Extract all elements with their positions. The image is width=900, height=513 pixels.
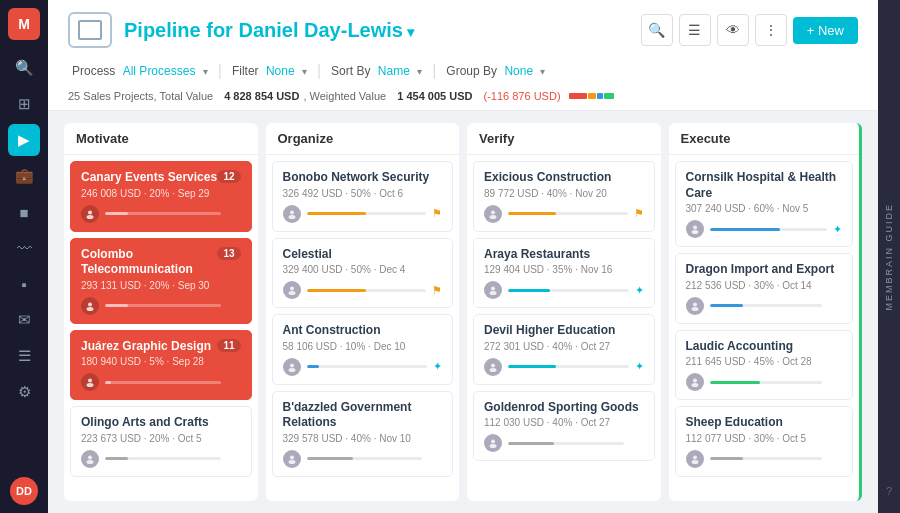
card-verify-1[interactable]: Araya Restaurants129 404 USD · 35% · Nov…	[473, 238, 655, 309]
sidebar-item-pipeline[interactable]: ▶	[8, 124, 40, 156]
header-top: Pipeline for Daniel Day-Lewis▾ 🔍 ☰ 👁 ⋮ +…	[68, 12, 858, 48]
card-execute-0[interactable]: Cornsilk Hospital & Health Care307 240 U…	[675, 161, 854, 247]
svg-point-7	[87, 460, 94, 464]
card-title: Juárez Graphic Design	[81, 339, 211, 355]
menu-button[interactable]: ☰	[679, 14, 711, 46]
title-area: Pipeline for Daniel Day-Lewis▾	[68, 12, 414, 48]
card-motivate-0[interactable]: Canary Events Services12246 008 USD · 20…	[70, 161, 252, 232]
card-progress-wrap	[710, 381, 823, 384]
sep1: |	[218, 62, 222, 80]
sidebar-logo[interactable]: M	[8, 8, 40, 40]
sidebar-item-bar-chart[interactable]: ▪	[8, 268, 40, 300]
svg-point-18	[491, 287, 495, 291]
svg-point-29	[691, 383, 698, 387]
help-icon[interactable]: ?	[886, 485, 892, 497]
sidebar-item-settings[interactable]: ⚙	[8, 376, 40, 408]
sidebar-item-chart[interactable]: ■	[8, 196, 40, 228]
card-footer: ✦	[283, 358, 443, 376]
guide-text: MEMBRAIN GUIDE	[884, 203, 894, 311]
sidebar-item-list[interactable]: ☰	[8, 340, 40, 372]
card-progress-wrap	[105, 381, 221, 384]
card-organize-2[interactable]: Ant Construction58 106 USD · 10% · Dec 1…	[272, 314, 454, 385]
card-verify-2[interactable]: Devil Higher Education272 301 USD · 40% …	[473, 314, 655, 385]
more-button[interactable]: ⋮	[755, 14, 787, 46]
card-footer	[81, 450, 241, 468]
sidebar-item-search[interactable]: 🔍	[8, 52, 40, 84]
column-body-verify: Exicious Construction89 772 USD · 40% · …	[467, 155, 661, 501]
prog-bar-blue	[597, 93, 603, 99]
card-title: Olingo Arts and Crafts	[81, 415, 209, 431]
sidebar-item-briefcase[interactable]: 💼	[8, 160, 40, 192]
sep2: |	[317, 62, 321, 80]
sidebar-item-mail[interactable]: ✉	[8, 304, 40, 336]
card-header-row: Goldenrod Sporting Goods	[484, 400, 644, 416]
filter-filter[interactable]: Filter None ▾	[228, 62, 311, 80]
header-actions: 🔍 ☰ 👁 ⋮ + New	[641, 14, 858, 46]
search-button[interactable]: 🔍	[641, 14, 673, 46]
card-progress-wrap	[710, 304, 823, 307]
card-avatar	[484, 434, 502, 452]
card-execute-1[interactable]: Dragon Import and Export212 536 USD · 30…	[675, 253, 854, 324]
card-meta: 293 131 USD · 20% · Sep 30	[81, 280, 241, 291]
card-footer: ⚑	[283, 281, 443, 299]
svg-point-28	[693, 379, 697, 383]
card-motivate-1[interactable]: Colombo Telecommunication13293 131 USD ·…	[70, 238, 252, 324]
sidebar-item-activity[interactable]: 〰	[8, 232, 40, 264]
card-badge: 13	[217, 247, 240, 260]
card-organize-1[interactable]: Celestial329 400 USD · 50% · Dec 4⚑	[272, 238, 454, 309]
title-caret[interactable]: ▾	[407, 24, 414, 40]
card-execute-2[interactable]: Laudic Accounting211 645 USD · 45% · Oct…	[675, 330, 854, 401]
title-name[interactable]: Daniel Day-Lewis	[238, 19, 403, 41]
svg-point-21	[490, 368, 497, 372]
card-title: Cornsilk Hospital & Health Care	[686, 170, 843, 201]
card-meta: 329 400 USD · 50% · Dec 4	[283, 264, 443, 275]
column-header-verify: Verify	[467, 123, 661, 155]
card-organize-3[interactable]: B'dazzled Government Relations329 578 US…	[272, 391, 454, 477]
main-content: Pipeline for Daniel Day-Lewis▾ 🔍 ☰ 👁 ⋮ +…	[48, 0, 878, 513]
filter-value[interactable]: None	[266, 64, 295, 78]
user-avatar[interactable]: DD	[10, 477, 38, 505]
svg-point-12	[290, 363, 294, 367]
card-progress-fill	[105, 212, 128, 215]
process-value[interactable]: All Processes	[123, 64, 196, 78]
card-motivate-3[interactable]: Olingo Arts and Crafts223 673 USD · 20% …	[70, 406, 252, 477]
card-organize-0[interactable]: Bonobo Network Security326 492 USD · 50%…	[272, 161, 454, 232]
card-progress-fill	[307, 365, 319, 368]
card-header-row: Cornsilk Hospital & Health Care	[686, 170, 843, 201]
card-title: Celestial	[283, 247, 332, 263]
sidebar-item-layers[interactable]: ⊞	[8, 88, 40, 120]
card-footer	[283, 450, 443, 468]
group-value[interactable]: None	[504, 64, 533, 78]
group-label: Group By	[446, 64, 497, 78]
card-header-row: Juárez Graphic Design11	[81, 339, 241, 355]
process-filter[interactable]: Process All Processes ▾	[68, 62, 212, 80]
group-filter[interactable]: Group By None ▾	[442, 62, 549, 80]
weighted-value: 1 454 005 USD	[397, 90, 472, 102]
card-meta: 58 106 USD · 10% · Dec 10	[283, 341, 443, 352]
card-motivate-2[interactable]: Juárez Graphic Design11180 940 USD · 5% …	[70, 330, 252, 401]
card-verify-0[interactable]: Exicious Construction89 772 USD · 40% · …	[473, 161, 655, 232]
svg-point-10	[290, 287, 294, 291]
card-header-row: Sheep Education	[686, 415, 843, 431]
card-title: Canary Events Services	[81, 170, 217, 186]
card-meta: 329 578 USD · 40% · Nov 10	[283, 433, 443, 444]
card-progress-wrap	[105, 304, 221, 307]
card-avatar	[484, 281, 502, 299]
card-title: Bonobo Network Security	[283, 170, 430, 186]
card-meta: 272 301 USD · 40% · Oct 27	[484, 341, 644, 352]
card-progress-wrap	[508, 365, 629, 368]
svg-point-17	[490, 215, 497, 219]
view-button[interactable]: 👁	[717, 14, 749, 46]
card-avatar	[484, 205, 502, 223]
card-avatar	[686, 373, 704, 391]
card-execute-3[interactable]: Sheep Education112 077 USD · 30% · Oct 5	[675, 406, 854, 477]
new-button[interactable]: + New	[793, 17, 858, 44]
card-meta: 112 077 USD · 30% · Oct 5	[686, 433, 843, 444]
sort-filter[interactable]: Sort By Name ▾	[327, 62, 426, 80]
star-icon: ✦	[635, 284, 644, 297]
card-progress-fill	[710, 228, 781, 231]
sidebar: M 🔍 ⊞ ▶ 💼 ■ 〰 ▪ ✉ ☰ ⚙ DD	[0, 0, 48, 513]
card-progress-wrap	[105, 457, 221, 460]
card-verify-3[interactable]: Goldenrod Sporting Goods112 030 USD · 40…	[473, 391, 655, 462]
sort-value[interactable]: Name	[378, 64, 410, 78]
